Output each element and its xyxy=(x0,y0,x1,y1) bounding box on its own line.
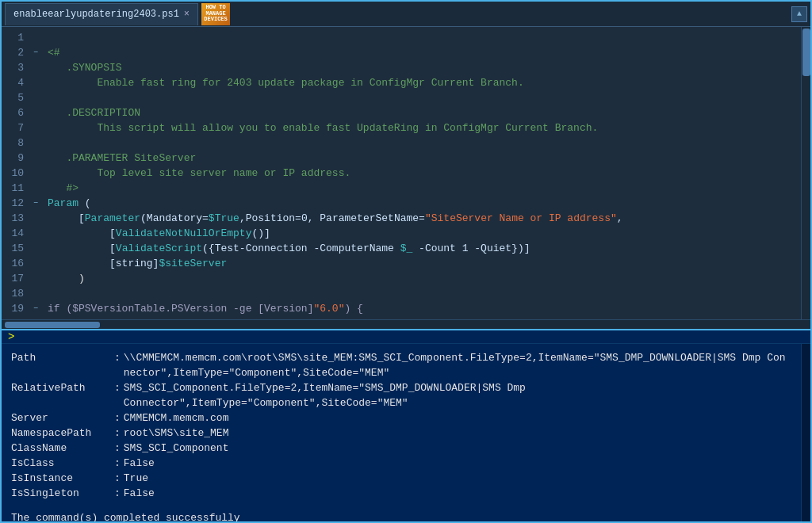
code-line-16: [string]$siteServer xyxy=(48,256,795,271)
main-container: enableearlyupdatering2403.ps1 × HOW TO M… xyxy=(0,0,812,523)
prop-row-isinstance: IsInstance : True xyxy=(11,471,791,486)
tab-filename: enableearlyupdatering2403.ps1 xyxy=(13,9,179,20)
tab-bar: enableearlyupdatering2403.ps1 × HOW TO M… xyxy=(2,2,810,27)
prop-val-classname: SMS_SCI_Component xyxy=(124,441,229,456)
prop-name-server: Server xyxy=(11,410,114,426)
editor-hscrollbar[interactable] xyxy=(2,319,810,329)
prop-row-issingleton: IsSingleton : False xyxy=(11,486,791,501)
code-line-2: <# xyxy=(48,45,795,60)
terminal-scrollbar[interactable] xyxy=(801,344,810,521)
prop-val-server: CMMEMCM.memcm.com xyxy=(124,410,229,426)
editor-pane: enableearlyupdatering2403.ps1 × HOW TO M… xyxy=(2,2,810,330)
prop-row-relativepath: RelativePath : SMS_SCI_Component.FileTyp… xyxy=(11,380,791,410)
code-line-12: Param ( xyxy=(48,196,795,211)
prop-name-relativepath: RelativePath xyxy=(11,380,114,410)
terminal-body: Path : \\CMMEMCM.memcm.com\root\SMS\site… xyxy=(2,344,801,521)
prop-name-issingleton: IsSingleton xyxy=(11,486,114,501)
prop-name-namespacepath: NamespacePath xyxy=(11,426,114,441)
prop-sep-isinstance: : xyxy=(114,471,121,486)
code-line-1 xyxy=(48,30,795,45)
prop-sep-isclass: : xyxy=(114,456,121,471)
code-line-13: [Parameter(Mandatory=$True,Position=0, P… xyxy=(48,211,795,226)
prop-name-isclass: IsClass xyxy=(11,456,114,471)
editor-hscrollbar-thumb[interactable] xyxy=(5,322,100,328)
collapse-icons: − − − xyxy=(30,27,41,319)
terminal-prompt: > xyxy=(8,330,14,343)
code-line-10: Top level site server name or IP address… xyxy=(48,166,795,181)
prop-row-namespacepath: NamespacePath : root\SMS\site_MEM xyxy=(11,426,791,441)
prop-sep-server: : xyxy=(114,410,121,426)
terminal-pane: > Path : \\CMMEMCM.memcm.com\root\SMS\si… xyxy=(2,330,810,521)
prop-name-isinstance: IsInstance xyxy=(11,471,114,486)
prop-sep-relativepath: : xyxy=(114,380,121,410)
code-line-3: .SYNOPSIS xyxy=(48,60,795,75)
terminal-header: > xyxy=(2,330,810,344)
prop-val-namespacepath: root\SMS\site_MEM xyxy=(124,426,229,441)
terminal-success-message: The command(s) completed successfully xyxy=(11,510,791,521)
tab-thumbnail: HOW TO MANAGE DEVICES xyxy=(201,3,230,25)
prop-val-isinstance: True xyxy=(124,471,148,486)
scroll-up-button[interactable]: ▲ xyxy=(791,6,807,22)
code-line-19: if ($PSVersionTable.PSVersion -ge [Versi… xyxy=(48,301,795,316)
code-line-11: #> xyxy=(48,181,795,196)
code-line-4: Enable fast ring for 2403 update package… xyxy=(48,75,795,90)
terminal-row: Path : \\CMMEMCM.memcm.com\root\SMS\site… xyxy=(2,344,810,521)
code-line-5 xyxy=(48,90,795,105)
prop-val-issingleton: False xyxy=(124,486,155,501)
code-line-7: This script will allow you to enable fas… xyxy=(48,120,795,136)
prop-sep-namespacepath: : xyxy=(114,426,121,441)
code-line-6: .DESCRIPTION xyxy=(48,105,795,120)
editor-scrollbar-thumb[interactable] xyxy=(802,29,810,76)
code-line-17: ) xyxy=(48,271,795,286)
code-line-18 xyxy=(48,286,795,301)
prop-row-server: Server : CMMEMCM.memcm.com xyxy=(11,410,791,426)
line-numbers: 1 2 3 4 5 6 7 8 9 10 11 12 13 14 15 16 1… xyxy=(2,27,30,319)
code-area: <# .SYNOPSIS Enable fast ring for 2403 u… xyxy=(41,27,801,319)
prop-row-isclass: IsClass : False xyxy=(11,456,791,471)
code-line-14: [ValidateNotNullOrEmpty()] xyxy=(48,226,795,241)
code-line-8 xyxy=(48,136,795,151)
editor-tab[interactable]: enableearlyupdatering2403.ps1 × xyxy=(5,3,198,25)
code-line-15: [ValidateScript({Test-Connection -Comput… xyxy=(48,241,795,256)
editor-scrollbar[interactable] xyxy=(801,27,810,319)
prop-val-isclass: False xyxy=(124,456,155,471)
prop-val-relativepath: SMS_SCI_Component.FileType=2,ItemName="S… xyxy=(124,380,526,410)
prop-sep-issingleton: : xyxy=(114,486,121,501)
prop-name-classname: ClassName xyxy=(11,441,114,456)
prop-sep-classname: : xyxy=(114,441,121,456)
prop-name-path: Path xyxy=(11,350,114,380)
code-line-9: .PARAMETER SiteServer xyxy=(48,151,795,166)
prop-row-path: Path : \\CMMEMCM.memcm.com\root\SMS\site… xyxy=(11,350,791,380)
prop-val-path: \\CMMEMCM.memcm.com\root\SMS\site_MEM:SM… xyxy=(124,350,791,380)
editor-content: 1 2 3 4 5 6 7 8 9 10 11 12 13 14 15 16 1… xyxy=(2,27,810,319)
tab-close-button[interactable]: × xyxy=(184,9,190,20)
prop-sep-path: : xyxy=(114,350,121,380)
prop-row-classname: ClassName : SMS_SCI_Component xyxy=(11,441,791,456)
